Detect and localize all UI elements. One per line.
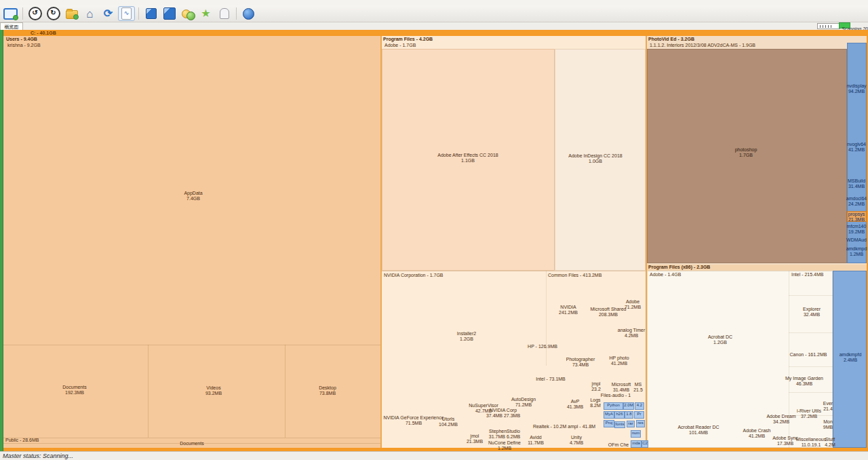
file-cell[interactable]: 4.2 <box>635 402 644 410</box>
ghost-button[interactable] <box>216 6 233 21</box>
drive-header[interactable]: C: - 40.1GB <box>3 30 867 36</box>
file-cell[interactable]: 2.0M <box>623 402 634 410</box>
app-window: FileEditViewToolsHelp ↺ ↻ ⌂ ⟳ ∿ ★ 概览图 Sc… <box>0 0 868 460</box>
divider <box>3 345 380 345</box>
file-cell[interactable]: mda <box>631 440 642 448</box>
file-cell[interactable]: fonts <box>614 421 625 428</box>
block-small-button[interactable] <box>142 6 159 21</box>
app-monitor-icon <box>3 8 18 20</box>
home-icon: ⌂ <box>86 8 93 20</box>
app-window-button[interactable] <box>2 6 19 21</box>
block-small-icon <box>146 8 157 19</box>
intel-header: Intel - 215.4MB <box>791 272 823 277</box>
file-cell[interactable]: res <box>636 420 645 427</box>
photovid-header: PhotoVid Ed - 3.2GB <box>648 37 694 42</box>
file-strip-top[interactable] <box>847 43 867 263</box>
divider <box>285 345 285 438</box>
file-cell[interactable]: num <box>631 430 641 438</box>
pf86-header: Program Files (x86) - 2.3GB <box>648 265 710 270</box>
favorites-star-icon: ★ <box>201 8 210 19</box>
block-users[interactable] <box>3 36 380 448</box>
divider <box>789 415 833 416</box>
interiors-header: 1.1.1.2. Interiors 2012/3/08 ADV2dCA-MS … <box>650 43 755 48</box>
toolbar-separator <box>236 7 237 20</box>
toolbar-separator <box>22 7 23 20</box>
favorites-button[interactable]: ★ <box>197 6 214 21</box>
program-files-header: Program Files - 4.2GB <box>383 37 433 42</box>
krishna-header: krishna - 9.2GB <box>7 43 41 48</box>
block-indesign[interactable] <box>555 49 646 271</box>
scan-sphere-button[interactable] <box>240 6 257 21</box>
ghost-icon <box>220 8 229 19</box>
history-forward-icon: ↻ <box>47 7 60 20</box>
file-cell[interactable]: rar <box>627 421 635 427</box>
scan-report-button[interactable]: ∿ <box>118 6 135 21</box>
file-cell[interactable]: Proj <box>604 420 614 427</box>
menu-bar: FileEditViewToolsHelp <box>0 0 868 5</box>
adobe-x86-header: Adobe - 1.4GB <box>650 272 681 277</box>
file-cell[interactable]: C2 <box>642 440 648 448</box>
block-photoshop[interactable] <box>647 49 847 263</box>
open-folder-icon <box>66 10 78 19</box>
divider <box>3 438 380 438</box>
mini-histogram <box>817 23 840 29</box>
file-cell[interactable]: 1.8 <box>625 411 633 419</box>
file-strip-bottom[interactable] <box>833 271 867 448</box>
filter-colors-button[interactable] <box>179 6 196 21</box>
divider <box>3 443 380 444</box>
block-after-effects[interactable] <box>382 49 555 271</box>
status-text: Master status: Scanning... <box>3 453 73 459</box>
home-button[interactable]: ⌂ <box>81 6 98 21</box>
adobe-header: Adobe - 1.7GB <box>384 43 416 48</box>
common-files-header: Common Files - 413.2MB <box>548 273 601 278</box>
history-forward-button[interactable]: ↻ <box>45 6 62 21</box>
scan-report-icon: ∿ <box>121 7 132 20</box>
divider <box>789 295 833 296</box>
drive-header-label: C: - 40.1GB <box>31 31 56 35</box>
status-bar: Master status: Scanning... <box>0 451 868 460</box>
block-adobe-x86[interactable] <box>647 271 833 448</box>
nvidia-header: NVIDIA Corporation - 1.7GB <box>384 273 443 278</box>
selected-file-cell[interactable] <box>847 211 867 222</box>
open-folder-button[interactable] <box>63 6 80 21</box>
block-large-icon <box>163 7 176 20</box>
scan-sphere-icon <box>243 8 254 20</box>
toolbar: ↺ ↻ ⌂ ⟳ ∿ ★ <box>0 5 868 22</box>
divider <box>789 271 789 448</box>
filter-colors-icon <box>182 8 194 19</box>
divider <box>789 332 833 333</box>
block-large-button[interactable] <box>161 6 178 21</box>
divider <box>789 392 833 393</box>
file-cell[interactable]: MyA <box>604 411 614 419</box>
history-back-icon: ↺ <box>28 7 42 20</box>
toolbar-separator <box>138 7 139 20</box>
divider <box>789 366 833 367</box>
divider <box>546 271 547 366</box>
file-cell[interactable]: Python proj <box>604 402 623 410</box>
refresh-icon: ⟳ <box>104 8 113 19</box>
divider <box>148 345 149 438</box>
refresh-button[interactable]: ⟳ <box>100 6 117 21</box>
history-back-button[interactable]: ↺ <box>26 6 43 21</box>
file-cell[interactable]: h26 <box>614 411 625 419</box>
users-header: Users - 9.4GB <box>6 37 37 42</box>
file-cell[interactable]: Pr <box>634 411 644 419</box>
